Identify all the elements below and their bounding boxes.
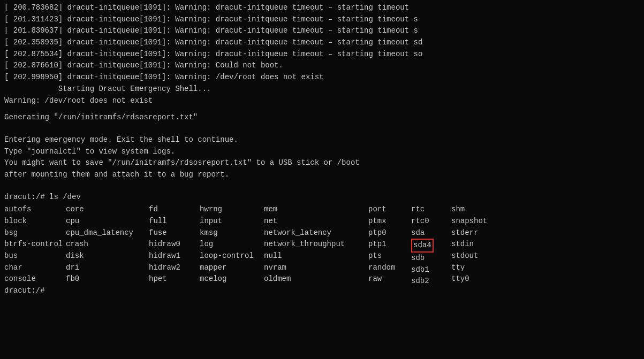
emergency-mode-line1: Entering emergency mode. Exit the shell … bbox=[4, 134, 640, 146]
dev-item bbox=[411, 287, 451, 299]
emergency-mode-line2: Type "journalctl" to view system logs. bbox=[4, 146, 640, 158]
dev-item: mcelog bbox=[200, 273, 264, 285]
dev-item: full bbox=[149, 216, 200, 227]
dracut-emergency-start: Starting Dracut Emergency Shell... bbox=[4, 83, 640, 95]
terminal-screen: [ 200.783682] dracut-initqueue[1091]: Wa… bbox=[0, 0, 644, 359]
dev-item: oldmem bbox=[264, 273, 368, 285]
dev-item bbox=[66, 285, 149, 297]
dev-item bbox=[368, 285, 411, 297]
dev-item: stdout bbox=[451, 250, 499, 262]
dev-item: dracut:/# bbox=[4, 285, 66, 297]
dev-item bbox=[264, 285, 368, 297]
dev-item: block bbox=[4, 216, 66, 227]
dev-item: ptp0 bbox=[368, 227, 411, 239]
gap-3 bbox=[4, 129, 640, 134]
dev-item: log bbox=[200, 239, 264, 250]
emergency-mode-line3: You might want to save "/run/initramfs/r… bbox=[4, 157, 640, 169]
dev-item: mem bbox=[264, 204, 368, 216]
dev-item: network_throughput bbox=[264, 239, 368, 250]
generating-report: Generating "/run/initramfs/rdsosreport.t… bbox=[4, 112, 640, 124]
dev-item: stdin bbox=[451, 239, 499, 250]
dev-item: snapshot bbox=[451, 216, 499, 227]
warning-devroot: Warning: /dev/root does not exist bbox=[4, 95, 640, 107]
dev-item: net bbox=[264, 216, 368, 227]
dev-col-8: shm snapshot stderr stdin stdout tty tty… bbox=[451, 204, 499, 299]
dev-item: char bbox=[4, 262, 66, 274]
dev-item: fd bbox=[149, 204, 200, 216]
dev-item: hwrng bbox=[200, 204, 264, 216]
dev-item: btrfs-control bbox=[4, 239, 66, 250]
dev-item bbox=[149, 285, 200, 297]
log-line-7: [ 202.998950] dracut-initqueue[1091]: Wa… bbox=[4, 72, 640, 83]
log-line-5: [ 202.875534] dracut-initqueue[1091]: Wa… bbox=[4, 49, 640, 60]
dev-item: ptp1 bbox=[368, 239, 411, 250]
dev-item: cpu bbox=[66, 216, 149, 227]
dev-item: core bbox=[66, 204, 149, 216]
dev-item: random bbox=[368, 262, 411, 274]
dev-item: sdb bbox=[411, 253, 451, 264]
dev-item bbox=[200, 285, 264, 297]
dev-item: sda bbox=[411, 227, 451, 239]
ls-dev-command: dracut:/# ls /dev bbox=[4, 192, 640, 203]
dev-item: rtc0 bbox=[411, 216, 451, 227]
dev-item: cpu_dma_latency bbox=[66, 227, 149, 239]
dev-col-6: port ptmx ptp0 ptp1 pts random raw bbox=[368, 204, 411, 299]
dev-item: port bbox=[368, 204, 411, 216]
dev-col-4: hwrng input kmsg log loop-control mapper… bbox=[200, 204, 264, 299]
dev-item: hidraw1 bbox=[149, 250, 200, 262]
dev-item: autofs bbox=[4, 204, 66, 216]
gap-1 bbox=[4, 106, 640, 112]
dev-item: network_latency bbox=[264, 227, 368, 239]
dev-item: ptmx bbox=[368, 216, 411, 227]
log-line-6: [ 202.876610] dracut-initqueue[1091]: Wa… bbox=[4, 60, 640, 72]
dev-item-sda4: sda4 bbox=[411, 239, 451, 253]
log-line-4: [ 202.358935] dracut-initqueue[1091]: Wa… bbox=[4, 37, 640, 49]
dev-item: nvram bbox=[264, 262, 368, 274]
dev-item bbox=[451, 285, 499, 297]
log-lines: [ 200.783682] dracut-initqueue[1091]: Wa… bbox=[4, 2, 640, 203]
dev-item: kmsg bbox=[200, 227, 264, 239]
emergency-mode-line4: after mounting them and attach it to a b… bbox=[4, 169, 640, 181]
dev-item: hidraw2 bbox=[149, 262, 200, 274]
dev-item: rtc bbox=[411, 204, 451, 216]
dev-item: hidraw0 bbox=[149, 239, 200, 250]
dev-item: dri bbox=[66, 262, 149, 274]
dev-item: disk bbox=[66, 250, 149, 262]
dev-col-1: autofs block bsg btrfs-control bus char … bbox=[4, 204, 66, 299]
dev-item: hpet bbox=[149, 273, 200, 285]
gap-4 bbox=[4, 181, 640, 186]
gap-2 bbox=[4, 124, 640, 129]
dev-item: tty bbox=[451, 262, 499, 274]
dev-col-7: rtc rtc0 sda sda4 sdb sdb1 sdb2 bbox=[411, 204, 451, 299]
dev-item: console bbox=[4, 273, 66, 285]
log-line-2: [ 201.311423] dracut-initqueue[1091]: Wa… bbox=[4, 14, 640, 26]
log-line-1: [ 200.783682] dracut-initqueue[1091]: Wa… bbox=[4, 2, 640, 14]
dev-item: tty0 bbox=[451, 273, 499, 285]
dev-item: fuse bbox=[149, 227, 200, 239]
dev-item: bsg bbox=[4, 227, 66, 239]
gap-5 bbox=[4, 186, 640, 192]
sda4-highlighted: sda4 bbox=[411, 239, 434, 253]
dev-col-3: fd full fuse hidraw0 hidraw1 hidraw2 hpe… bbox=[149, 204, 200, 299]
dev-item: pts bbox=[368, 250, 411, 262]
dev-item: null bbox=[264, 250, 368, 262]
dev-item: crash bbox=[66, 239, 149, 250]
dev-item: sdb2 bbox=[411, 276, 451, 287]
dev-item: mapper bbox=[200, 262, 264, 274]
dev-item: loop-control bbox=[200, 250, 264, 262]
dev-item: input bbox=[200, 216, 264, 227]
dev-listing: autofs block bsg btrfs-control bus char … bbox=[4, 204, 640, 299]
dev-item: fb0 bbox=[66, 273, 149, 285]
dev-col-2: core cpu cpu_dma_latency crash disk dri … bbox=[66, 204, 149, 299]
dev-item: shm bbox=[451, 204, 499, 216]
log-line-3: [ 201.839637] dracut-initqueue[1091]: Wa… bbox=[4, 25, 640, 37]
dev-item: raw bbox=[368, 273, 411, 285]
dev-col-5: mem net network_latency network_throughp… bbox=[264, 204, 368, 299]
dev-item: sdb1 bbox=[411, 264, 451, 276]
dev-item: bus bbox=[4, 250, 66, 262]
dev-item: stderr bbox=[451, 227, 499, 239]
